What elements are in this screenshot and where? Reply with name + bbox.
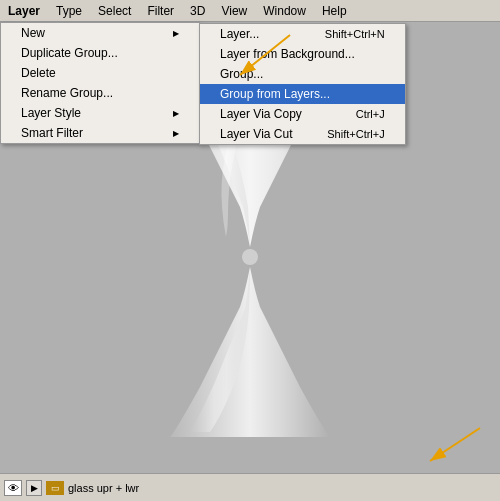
submenu-layer-via-copy[interactable]: Layer Via Copy Ctrl+J [200,104,405,124]
svg-point-0 [242,249,258,265]
menu-select[interactable]: Select [90,0,139,21]
menu-3d[interactable]: 3D [182,0,213,21]
menu-rename-group[interactable]: Rename Group... [1,83,199,103]
bottom-bar: 👁 ▶ ▭ glass upr + lwr [0,473,500,501]
play-button[interactable]: ▶ [26,480,42,496]
submenu-group[interactable]: Group... [200,64,405,84]
menu-window[interactable]: Window [255,0,314,21]
menu-help[interactable]: Help [314,0,355,21]
submenu-layer-via-cut[interactable]: Layer Via Cut Shift+Ctrl+J [200,124,405,144]
folder-icon: ▭ [46,481,64,495]
visibility-toggle[interactable]: 👁 [4,480,22,496]
submenu-layer[interactable]: Layer... Shift+Ctrl+N [200,24,405,44]
menubar: Layer Type Select Filter 3D View Window … [0,0,500,22]
layer-name-label: glass upr + lwr [68,482,496,494]
menu-delete[interactable]: Delete [1,63,199,83]
menu-type[interactable]: Type [48,0,90,21]
menu-new[interactable]: New Layer... Shift+Ctrl+N Layer from Bac… [1,23,199,43]
menu-layer[interactable]: Layer [0,0,48,21]
layer-dropdown: New Layer... Shift+Ctrl+N Layer from Bac… [0,22,200,144]
menu-layer-style[interactable]: Layer Style [1,103,199,123]
menu-view[interactable]: View [213,0,255,21]
submenu-group-from-layers[interactable]: Group from Layers... [200,84,405,104]
menu-duplicate-group[interactable]: Duplicate Group... [1,43,199,63]
menu-smart-filter[interactable]: Smart Filter [1,123,199,143]
submenu-layer-from-bg[interactable]: Layer from Background... [200,44,405,64]
new-submenu: Layer... Shift+Ctrl+N Layer from Backgro… [199,23,406,145]
menu-filter[interactable]: Filter [139,0,182,21]
